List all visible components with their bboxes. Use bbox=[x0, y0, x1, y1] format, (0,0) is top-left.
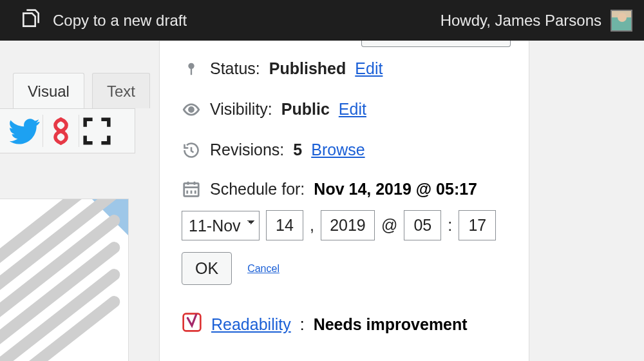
schedule-comma: , bbox=[310, 216, 314, 235]
visibility-row: Visibility: Public Edit bbox=[160, 89, 529, 130]
schedule-hour-input[interactable] bbox=[404, 210, 441, 240]
stage: Visual Text Status: Published E bbox=[0, 41, 644, 361]
pin-icon bbox=[182, 60, 201, 78]
visibility-value: Public bbox=[281, 100, 330, 119]
sumo-icon[interactable] bbox=[43, 115, 79, 147]
svg-rect-4 bbox=[184, 314, 201, 331]
status-edit-link[interactable]: Edit bbox=[355, 59, 383, 78]
visibility-edit-link[interactable]: Edit bbox=[339, 100, 366, 119]
copy-draft-link[interactable]: Copy to a new draft bbox=[53, 12, 187, 30]
schedule-day-input[interactable] bbox=[266, 210, 303, 240]
schedule-label: Schedule for: bbox=[210, 180, 305, 199]
svg-rect-3 bbox=[184, 183, 199, 196]
schedule-colon: : bbox=[448, 216, 452, 235]
svg-point-0 bbox=[188, 63, 194, 68]
editor-toolbar bbox=[0, 108, 135, 153]
revisions-row: Revisions: 5 Browse bbox=[160, 130, 529, 170]
revisions-label: Revisions: bbox=[210, 141, 284, 159]
avatar[interactable] bbox=[611, 10, 632, 32]
schedule-ok-button[interactable]: OK bbox=[182, 252, 232, 285]
schedule-block: Schedule for: Nov 14, 2019 @ 05:17 11-No… bbox=[160, 170, 529, 302]
editor-tabs: Visual Text bbox=[0, 73, 135, 108]
history-icon bbox=[182, 141, 201, 159]
schedule-month-select[interactable]: 11-Nov bbox=[182, 211, 260, 240]
publish-metabox: Status: Published Edit Visibility: Publi… bbox=[159, 41, 529, 361]
yoast-icon bbox=[182, 312, 202, 337]
copy-draft-icon bbox=[18, 6, 44, 35]
revisions-browse-link[interactable]: Browse bbox=[311, 141, 365, 159]
readability-link[interactable]: Readability bbox=[211, 315, 291, 334]
schedule-at: @ bbox=[381, 216, 397, 235]
revisions-value: 5 bbox=[293, 141, 302, 159]
status-row: Status: Published Edit bbox=[160, 48, 529, 89]
eye-icon bbox=[182, 101, 201, 119]
schedule-minute-input[interactable] bbox=[459, 210, 496, 240]
visibility-label: Visibility: bbox=[210, 100, 272, 119]
svg-rect-1 bbox=[191, 68, 192, 75]
tab-text[interactable]: Text bbox=[92, 73, 150, 108]
account-link[interactable]: Howdy, James Parsons bbox=[440, 12, 601, 30]
schedule-cancel-link[interactable]: Cancel bbox=[247, 263, 279, 275]
preview-button-edge bbox=[361, 41, 511, 47]
twitter-icon[interactable] bbox=[6, 115, 43, 147]
editor-content-peek bbox=[0, 199, 129, 361]
schedule-inputs: 11-Nov , @ : bbox=[182, 208, 507, 252]
admin-bar: Copy to a new draft Howdy, James Parsons bbox=[0, 0, 644, 41]
tab-visual[interactable]: Visual bbox=[13, 73, 84, 108]
schedule-display: Nov 14, 2019 @ 05:17 bbox=[314, 180, 477, 199]
schedule-year-input[interactable] bbox=[321, 210, 375, 240]
status-label: Status: bbox=[210, 59, 260, 78]
calendar-icon bbox=[182, 179, 201, 199]
readability-row: Readability: Needs improvement bbox=[160, 302, 529, 337]
readability-sep: : bbox=[300, 315, 305, 334]
fullscreen-icon[interactable] bbox=[79, 115, 115, 147]
editor-column: Visual Text bbox=[0, 73, 135, 153]
readability-value: Needs improvement bbox=[314, 315, 468, 334]
svg-point-2 bbox=[189, 107, 194, 112]
status-value: Published bbox=[269, 59, 346, 78]
